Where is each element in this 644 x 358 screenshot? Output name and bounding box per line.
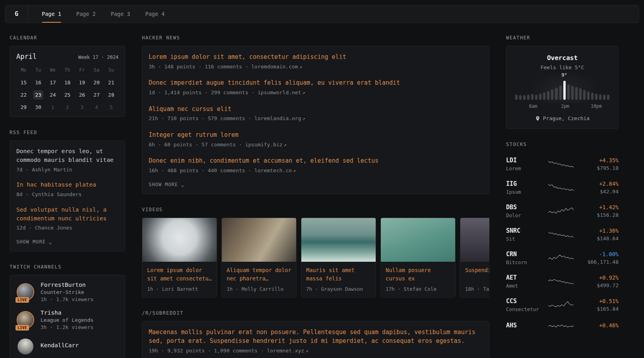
video-card[interactable]: Lorem ipsum dolor sit amet consectetu… 1…: [142, 218, 217, 298]
weather-bar: [559, 86, 562, 100]
stock-name: Lorem: [506, 165, 544, 171]
rss-item-link[interactable]: Sed volutpat nulla nisl, a condimentum n…: [16, 206, 118, 223]
stock-list: LDI Lorem +4.35% $795.18 IIG Ipsum: [506, 152, 619, 336]
hackernews-show-more-button[interactable]: SHOW MORE ⌄: [149, 182, 184, 187]
stock-row[interactable]: DBS Dolor +1.42% $156.28: [506, 199, 619, 223]
rss-item-link[interactable]: In hac habitasse platea: [16, 181, 118, 189]
calendar-weekday-row: MoTuWeThFrSaSu: [16, 67, 118, 73]
page-tab[interactable]: Page 1: [42, 5, 61, 23]
live-badge: LIVE: [16, 297, 29, 303]
calendar-day: 16: [31, 78, 46, 87]
avatar-wrapper: LIVE: [16, 283, 35, 301]
stock-change: -1.00%: [599, 251, 619, 257]
rss-show-more-button[interactable]: SHOW MORE ⌄: [16, 239, 52, 245]
weather-widget: WEATHER Overcast Feels like 5°C 9° 6am2p…: [506, 35, 619, 129]
hackernews-item-domain-link[interactable]: ipsumify.biz: [245, 142, 283, 148]
stocks-widget: STOCKS LDI Lorem +4.35% $795.18 IIG: [506, 142, 619, 336]
weather-bar: [599, 94, 601, 100]
channel-name: Trisha: [41, 309, 93, 316]
weather-bar: [603, 95, 605, 100]
stock-row[interactable]: CRN Bitcorn -1.00% $66,171.48: [506, 246, 619, 270]
avatar-wrapper: LIVE: [16, 311, 35, 329]
weather-location-label: Prague, Czechia: [543, 115, 590, 121]
stock-row[interactable]: SNRC Sit +1.36% $148.64: [506, 223, 619, 246]
calendar-month-label: April: [16, 53, 37, 60]
stock-symbol: LDI: [506, 157, 544, 164]
twitch-channel-row[interactable]: LIVE KendallCarr: [16, 337, 118, 356]
video-card[interactable]: Aliquam tempor dolor nec pharetra… 1h · …: [221, 218, 297, 298]
stock-row[interactable]: AHS +0.46%: [506, 317, 619, 336]
hackernews-item-link[interactable]: Donec imperdiet augue tincidunt felis al…: [149, 78, 483, 88]
stock-row[interactable]: LDI Lorem +4.35% $795.18: [506, 152, 619, 176]
twitch-card: LIVE ForrestBurton Counter-Strike 1h · 1…: [10, 275, 125, 358]
calendar-day: 4: [89, 103, 104, 112]
video-card[interactable]: Suspendisse diam 18h · Tara: [460, 218, 489, 298]
weather-bar: [543, 92, 545, 100]
calendar-day: 1: [45, 103, 60, 112]
weather-temp-label: 9°: [561, 72, 567, 78]
hackernews-item-link[interactable]: Lorem ipsum dolor sit amet, consectetur …: [149, 53, 483, 62]
stock-symbol: SNRC: [506, 227, 544, 234]
twitch-channel-row[interactable]: LIVE Trisha League of Legends 3h · 1.2k …: [16, 309, 118, 330]
hackernews-item-domain-link[interactable]: ipsumworld.net: [258, 90, 301, 95]
page-tab[interactable]: Page 4: [145, 5, 165, 23]
hackernews-item-link[interactable]: Aliquam nec cursus elit: [149, 105, 483, 114]
twitch-channel-row[interactable]: LIVE ForrestBurton Counter-Strike 1h · 1…: [16, 282, 118, 302]
hackernews-show-more-label: SHOW MORE: [149, 182, 178, 187]
weather-time-label: 6am: [529, 103, 537, 109]
hackernews-item-domain-link[interactable]: loremlandia.org: [254, 115, 301, 121]
stock-values: +2.84% $42.04: [599, 181, 619, 195]
rss-item-meta: 7d · Ashlyn Martin: [16, 166, 118, 174]
stock-row[interactable]: CCS Consectetur +0.51% $165.84: [506, 293, 619, 317]
stock-change: +0.92%: [599, 274, 619, 281]
stock-price: $795.18: [597, 165, 619, 171]
twitch-section-title: TWITCH CHANNELS: [10, 264, 125, 270]
stock-identity: CCS Consectetur: [506, 298, 544, 312]
dashboard-page: { "colors": { "accent": "#dd8b4a", "nega…: [0, 0, 644, 358]
subreddit-item-link[interactable]: Maecenas mollis pulvinar erat non posuer…: [149, 328, 483, 346]
video-card[interactable]: Mauris sit amet massa felis 7h · Grayson…: [301, 218, 376, 298]
stock-price: $499.72: [597, 282, 619, 288]
stock-row[interactable]: AET Amet +0.92% $499.72: [506, 270, 619, 293]
calendar-day: 25: [60, 90, 75, 99]
channel-info: ForrestBurton Counter-Strike 1h · 1.7k v…: [41, 282, 93, 302]
right-column: WEATHER Overcast Feels like 5°C 9° 6am2p…: [506, 35, 619, 336]
hackernews-item-stats: 1d · 1,414 points · 299 comments ·: [149, 90, 254, 95]
calendar-day: 15: [16, 78, 31, 87]
weather-bar: [575, 87, 578, 100]
app-logo[interactable]: G: [5, 5, 28, 23]
calendar-day: 27: [89, 90, 104, 99]
video-thumbnail: [142, 218, 217, 262]
stock-name: Consectetur: [506, 306, 544, 312]
subreddit-item: Maecenas mollis pulvinar erat non posuer…: [149, 328, 483, 355]
page-tab[interactable]: Page 3: [111, 5, 130, 23]
stock-values: +1.36% $148.64: [597, 228, 619, 241]
stock-symbol: IIG: [506, 180, 544, 187]
weather-bars: 9°: [515, 81, 609, 100]
weather-bar: [583, 90, 586, 100]
twitch-widget: TWITCH CHANNELS LIVE ForrestBurton Count…: [10, 264, 125, 358]
channel-name: KendallCarr: [41, 342, 79, 348]
hackernews-item-link[interactable]: Donec enim nibh, condimentum et accumsan…: [149, 156, 483, 165]
stock-identity: IIG Ipsum: [506, 180, 544, 195]
twitch-channel-list: LIVE ForrestBurton Counter-Strike 1h · 1…: [16, 282, 118, 356]
stock-identity: DBS Dolor: [506, 204, 544, 218]
page-tab[interactable]: Page 2: [76, 5, 96, 23]
weather-feels-like: Feels like 5°C: [513, 64, 612, 70]
hackernews-item: Lorem ipsum dolor sit amet, consectetur …: [149, 53, 483, 70]
weather-bar: [535, 95, 537, 100]
calendar-day: 19: [75, 78, 89, 87]
subreddit-item-domain-link[interactable]: loremnet.xyz: [267, 348, 304, 354]
rss-item-meta: 12d · Chance Jones: [16, 224, 118, 232]
stock-row[interactable]: IIG Ipsum +2.84% $42.04: [506, 176, 619, 199]
video-card[interactable]: Nullam posuere cursus ex 17h · Stefan Co…: [380, 218, 456, 298]
hackernews-item-link[interactable]: Integer eget rutrum lorem: [149, 130, 483, 140]
rss-section-title: RSS FEED: [10, 130, 125, 135]
calendar-day: 23: [33, 90, 44, 99]
channel-info: KendallCarr: [41, 342, 79, 351]
rss-item-link[interactable]: Donec tempor eros leo, ut commodo mauris…: [16, 147, 118, 165]
channel-meta: 1h · 1.7k viewers: [41, 296, 93, 302]
hackernews-item-domain-link[interactable]: loremtech.co: [254, 167, 292, 173]
hackernews-item-domain-link[interactable]: loremdomain.com: [251, 64, 298, 70]
channel-game: League of Legends: [41, 317, 93, 323]
